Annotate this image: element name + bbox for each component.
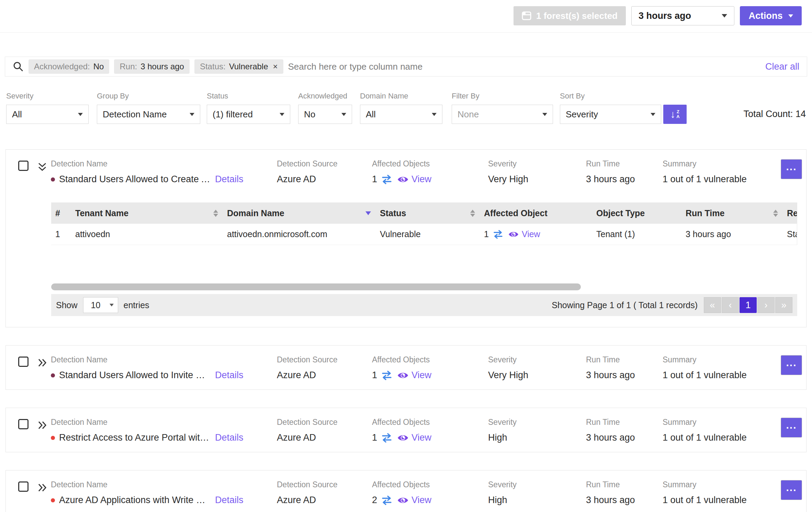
sort-updown-icon[interactable] bbox=[773, 210, 778, 217]
eye-icon[interactable] bbox=[397, 371, 409, 380]
prev-page-button[interactable]: ‹ bbox=[722, 297, 739, 313]
filter-chip-status[interactable]: Status: Vulnerable × bbox=[194, 59, 283, 74]
chip-label: Status: bbox=[200, 62, 226, 71]
severity-dropdown[interactable]: All bbox=[6, 105, 89, 124]
severity-label: Severity bbox=[488, 480, 586, 489]
sort-z: Z bbox=[676, 109, 679, 114]
chevron-down-icon bbox=[788, 14, 793, 18]
col-header-reason[interactable]: Rea bbox=[783, 202, 797, 224]
severity-label: Severity bbox=[488, 159, 586, 168]
header-text: Run Time bbox=[686, 208, 724, 218]
eye-icon[interactable] bbox=[397, 496, 409, 505]
eye-icon[interactable] bbox=[397, 433, 409, 442]
details-link[interactable]: Details bbox=[215, 432, 244, 443]
filter-by-dropdown[interactable]: None bbox=[452, 105, 553, 124]
severity-col: Severity High bbox=[488, 480, 586, 505]
detection-name-label: Detection Name bbox=[51, 355, 277, 364]
acknowledged-value: No bbox=[304, 109, 315, 120]
select-checkbox[interactable] bbox=[18, 419, 29, 429]
cell-num: 1 bbox=[51, 224, 71, 245]
expand-chevron-icon[interactable] bbox=[36, 357, 48, 370]
affected-count: 1 bbox=[484, 229, 489, 239]
forest-selected-button[interactable]: 1 forest(s) selected bbox=[514, 6, 626, 25]
domain-name-dropdown[interactable]: All bbox=[360, 105, 442, 124]
sort-order-button[interactable]: ↓ Z A bbox=[663, 105, 687, 124]
time-range-dropdown[interactable]: 3 hours ago bbox=[631, 6, 734, 25]
swap-arrows-icon[interactable] bbox=[381, 496, 392, 505]
page-size-value: 10 bbox=[91, 300, 101, 310]
view-link[interactable]: View bbox=[522, 229, 540, 239]
header-text: Domain Name bbox=[227, 208, 284, 218]
severity-bullet bbox=[51, 436, 55, 440]
view-link[interactable]: View bbox=[411, 495, 431, 505]
severity-value: High bbox=[488, 495, 507, 505]
swap-arrows-icon[interactable] bbox=[381, 371, 392, 380]
collapse-chevron-icon[interactable] bbox=[36, 161, 48, 174]
more-actions-button[interactable]: ... bbox=[781, 480, 802, 500]
first-page-button[interactable]: « bbox=[704, 297, 721, 313]
select-checkbox[interactable] bbox=[18, 357, 29, 367]
actions-button[interactable]: Actions bbox=[740, 6, 802, 25]
search-icon bbox=[13, 61, 24, 72]
details-link[interactable]: Details bbox=[215, 495, 244, 505]
col-header-domain-name[interactable]: Domain Name bbox=[223, 202, 376, 224]
status-value: (1) filtered bbox=[213, 109, 253, 120]
more-actions-button[interactable]: ... bbox=[781, 159, 802, 179]
status-dropdown[interactable]: (1) filtered bbox=[207, 105, 290, 124]
detection-source-label: Detection Source bbox=[277, 418, 372, 427]
select-checkbox[interactable] bbox=[18, 481, 29, 492]
summary-col: Summary 1 out of 1 vulnerable bbox=[663, 355, 781, 381]
sort-updown-icon[interactable] bbox=[213, 210, 218, 217]
col-header-tenant-name[interactable]: Tenant Name bbox=[71, 202, 223, 224]
last-page-button[interactable]: » bbox=[775, 297, 792, 313]
detection-source-col: Detection Source Azure AD bbox=[277, 418, 372, 443]
eye-icon[interactable] bbox=[397, 175, 409, 184]
page-size-select[interactable]: 10 bbox=[83, 297, 118, 313]
filter-chip-run[interactable]: Run: 3 hours ago bbox=[114, 59, 189, 74]
filter-row: Severity All Group By Detection Name Sta… bbox=[6, 92, 806, 124]
col-header-affected-object[interactable]: Affected Object bbox=[480, 202, 592, 224]
expand-chevron-icon[interactable] bbox=[36, 482, 48, 494]
sort-za-icon: Z A bbox=[676, 109, 679, 119]
expand-chevron-icon[interactable] bbox=[36, 420, 48, 432]
more-actions-button[interactable]: ... bbox=[781, 355, 802, 375]
horizontal-scrollbar[interactable] bbox=[51, 283, 797, 290]
detection-source-label: Detection Source bbox=[277, 480, 372, 489]
sort-desc-icon[interactable] bbox=[365, 211, 371, 215]
details-link[interactable]: Details bbox=[215, 174, 244, 185]
search-input[interactable] bbox=[288, 61, 760, 72]
view-link[interactable]: View bbox=[411, 432, 431, 443]
close-icon[interactable]: × bbox=[273, 62, 278, 71]
severity-bullet bbox=[51, 177, 55, 182]
more-actions-button[interactable]: ... bbox=[781, 418, 802, 438]
page-1-button[interactable]: 1 bbox=[740, 297, 757, 313]
search-bar: Acknowledged: No Run: 3 hours ago Status… bbox=[5, 57, 807, 77]
swap-arrows-icon[interactable] bbox=[381, 433, 392, 443]
eye-icon[interactable] bbox=[508, 230, 519, 238]
details-link[interactable]: Details bbox=[215, 370, 244, 381]
filter-severity: Severity All bbox=[6, 92, 89, 124]
clear-all-link[interactable]: Clear all bbox=[765, 61, 799, 72]
col-header-num[interactable]: # bbox=[51, 202, 71, 224]
severity-value: High bbox=[488, 432, 507, 443]
summary-value: 1 out of 1 vulnerable bbox=[663, 432, 747, 443]
col-header-object-type[interactable]: Object Type bbox=[592, 202, 681, 224]
acknowledged-dropdown[interactable]: No bbox=[298, 105, 352, 124]
col-header-status[interactable]: Status bbox=[376, 202, 480, 224]
col-header-run-time[interactable]: Run Time bbox=[681, 202, 783, 224]
view-link[interactable]: View bbox=[411, 370, 431, 381]
affected-objects-label: Affected Objects bbox=[372, 418, 488, 427]
select-checkbox[interactable] bbox=[18, 161, 29, 171]
filter-chip-acknowledged[interactable]: Acknowledged: No bbox=[29, 59, 109, 74]
sort-by-dropdown[interactable]: Severity bbox=[560, 105, 661, 124]
swap-arrows-icon[interactable] bbox=[381, 175, 392, 184]
next-page-button[interactable]: › bbox=[757, 297, 775, 313]
sort-by-value: Severity bbox=[566, 109, 598, 120]
card-header: Detection Name Standard Users Allowed to… bbox=[6, 346, 806, 389]
swap-arrows-icon[interactable] bbox=[493, 230, 503, 239]
group-by-dropdown[interactable]: Detection Name bbox=[97, 105, 200, 124]
sort-updown-icon[interactable] bbox=[470, 210, 475, 217]
scrollbar-thumb[interactable] bbox=[51, 283, 581, 290]
view-link[interactable]: View bbox=[411, 174, 431, 185]
affected-objects-col: Affected Objects 1 View bbox=[372, 355, 488, 381]
